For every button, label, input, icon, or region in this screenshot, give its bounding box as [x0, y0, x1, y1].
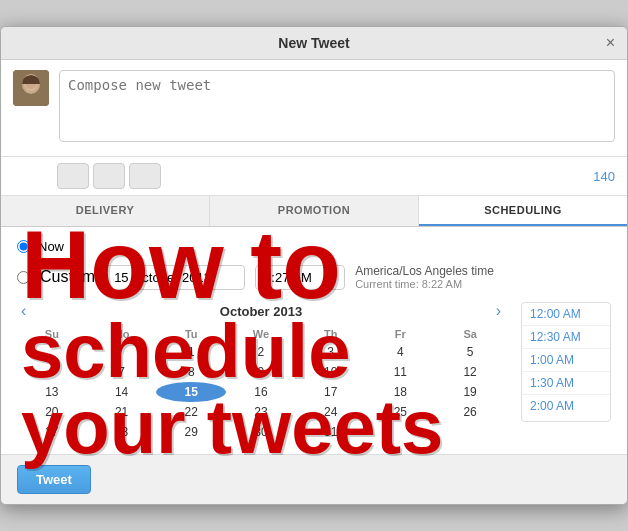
calendar-day[interactable] — [17, 342, 87, 362]
calendar-day[interactable] — [435, 422, 505, 442]
new-tweet-modal: New Tweet × 140 — [0, 26, 628, 505]
toolbar-row: 140 — [1, 157, 627, 196]
char-count: 140 — [593, 169, 615, 184]
now-radio[interactable] — [17, 240, 30, 253]
calendar-day[interactable]: 6 — [17, 362, 87, 382]
footer: Tweet — [1, 454, 627, 504]
calendar-day[interactable]: 22 — [156, 402, 226, 422]
calendar-day[interactable]: 16 — [226, 382, 296, 402]
calendar-day[interactable]: 8 — [156, 362, 226, 382]
calendar-day[interactable]: 15 — [156, 382, 226, 402]
day-header-th: Th — [296, 326, 366, 342]
tweet-input-wrap — [59, 70, 615, 146]
calendar-day[interactable]: 1 — [156, 342, 226, 362]
calendar-time-row: ‹ October 2013 › Su Mo Tu We Th Fr Sa — [17, 302, 611, 442]
calendar-day[interactable]: 26 — [435, 402, 505, 422]
close-button[interactable]: × — [606, 35, 615, 51]
calendar-day[interactable]: 23 — [226, 402, 296, 422]
calendar-day[interactable]: 17 — [296, 382, 366, 402]
calendar-day[interactable]: 12 — [435, 362, 505, 382]
calendar-day[interactable] — [87, 342, 157, 362]
calendar-day[interactable]: 18 — [366, 382, 436, 402]
calendar-day[interactable]: 11 — [366, 362, 436, 382]
calendar-day[interactable]: 24 — [296, 402, 366, 422]
calendar-day[interactable]: 14 — [87, 382, 157, 402]
tweet-button[interactable]: Tweet — [17, 465, 91, 494]
modal-title: New Tweet — [278, 35, 349, 51]
calendar-day[interactable]: 5 — [435, 342, 505, 362]
time-slot-4[interactable]: 2:00 AM — [522, 395, 610, 417]
time-slot-1[interactable]: 12:30 AM — [522, 326, 610, 349]
media-button[interactable] — [57, 163, 89, 189]
calendar-day[interactable]: 31 — [296, 422, 366, 442]
timezone-label: America/Los Angeles time — [355, 264, 494, 278]
time-slot-2[interactable]: 1:00 AM — [522, 349, 610, 372]
compose-area — [1, 60, 627, 157]
day-header-we: We — [226, 326, 296, 342]
calendar-day[interactable]: 25 — [366, 402, 436, 422]
date-input[interactable] — [105, 265, 245, 290]
tab-delivery[interactable]: DELIVERY — [1, 196, 210, 226]
calendar-header: ‹ October 2013 › — [17, 302, 505, 320]
tab-promotion[interactable]: PROMOTION — [210, 196, 419, 226]
calendar-day[interactable]: 28 — [87, 422, 157, 442]
time-slot-0[interactable]: 12:00 AM — [522, 303, 610, 326]
calendar-grid: Su Mo Tu We Th Fr Sa 1234567891011121314… — [17, 326, 505, 442]
now-label: Now — [38, 239, 64, 254]
calendar-day[interactable]: 30 — [226, 422, 296, 442]
toolbar-buttons — [57, 163, 161, 189]
prev-month-button[interactable]: ‹ — [17, 302, 30, 320]
day-header-fr: Fr — [366, 326, 436, 342]
avatar — [13, 70, 49, 106]
current-time-label: Current time: 8:22 AM — [355, 278, 494, 290]
time-slot-3[interactable]: 1:30 AM — [522, 372, 610, 395]
calendar-day[interactable]: 4 — [366, 342, 436, 362]
avatar-image — [13, 70, 49, 106]
emoji-button[interactable] — [129, 163, 161, 189]
tabs: DELIVERY PROMOTION SCHEDULING — [1, 196, 627, 227]
calendar-day[interactable]: 9 — [226, 362, 296, 382]
day-header-tu: Tu — [156, 326, 226, 342]
title-bar: New Tweet × — [1, 27, 627, 60]
calendar-day[interactable]: 3 — [296, 342, 366, 362]
scheduling-content: How to schedule your tweets Now Custom A… — [1, 227, 627, 454]
time-input[interactable] — [255, 265, 345, 290]
day-header-su: Su — [17, 326, 87, 342]
calendar-day[interactable]: 2 — [226, 342, 296, 362]
custom-row: Custom America/Los Angeles time Current … — [17, 264, 611, 290]
next-month-button[interactable]: › — [492, 302, 505, 320]
calendar-day[interactable]: 7 — [87, 362, 157, 382]
timezone-info: America/Los Angeles time Current time: 8… — [355, 264, 494, 290]
calendar-day[interactable]: 21 — [87, 402, 157, 422]
calendar-day[interactable]: 13 — [17, 382, 87, 402]
calendar-day[interactable]: 19 — [435, 382, 505, 402]
calendar-day[interactable]: 20 — [17, 402, 87, 422]
calendar-month-year: October 2013 — [220, 304, 302, 319]
custom-radio[interactable] — [17, 271, 30, 284]
link-button[interactable] — [93, 163, 125, 189]
day-header-mo: Mo — [87, 326, 157, 342]
calendar: ‹ October 2013 › Su Mo Tu We Th Fr Sa — [17, 302, 505, 442]
tweet-input[interactable] — [59, 70, 615, 142]
custom-label: Custom — [40, 268, 95, 286]
day-header-sa: Sa — [435, 326, 505, 342]
time-list: 12:00 AM 12:30 AM 1:00 AM 1:30 AM 2:00 A… — [521, 302, 611, 422]
calendar-day[interactable]: 27 — [17, 422, 87, 442]
calendar-day[interactable]: 10 — [296, 362, 366, 382]
calendar-day[interactable]: 29 — [156, 422, 226, 442]
calendar-day[interactable] — [366, 422, 436, 442]
tab-scheduling[interactable]: SCHEDULING — [419, 196, 627, 226]
now-option: Now — [17, 239, 611, 254]
